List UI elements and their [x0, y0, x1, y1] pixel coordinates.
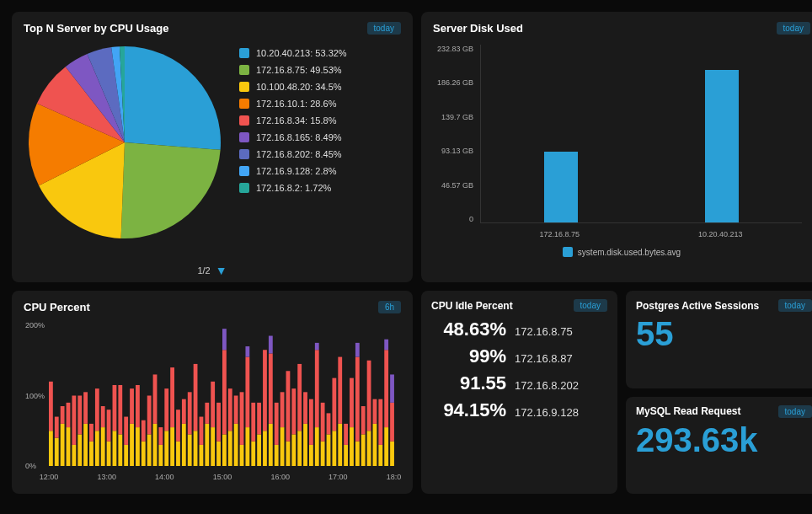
stacked-bar-segment[interactable] [205, 424, 209, 466]
stacked-bar-segment[interactable] [384, 350, 388, 427]
time-range-badge[interactable]: today [778, 299, 812, 312]
stacked-bar-segment[interactable] [269, 336, 273, 354]
stacked-bar-segment[interactable] [315, 343, 319, 350]
stacked-bar-segment[interactable] [170, 367, 174, 427]
stacked-bar-segment[interactable] [344, 424, 348, 445]
stacked-bar-segment[interactable] [158, 445, 163, 466]
stacked-bar-segment[interactable] [124, 445, 128, 466]
pie-slice[interactable] [121, 142, 221, 238]
stacked-bar-segment[interactable] [245, 357, 249, 428]
stacked-bar-segment[interactable] [216, 403, 221, 442]
stacked-bar-segment[interactable] [332, 431, 336, 466]
stacked-bar-segment[interactable] [390, 442, 394, 466]
stacked-bar-segment[interactable] [257, 434, 261, 466]
stacked-bar-segment[interactable] [297, 364, 302, 431]
stacked-bar-segment[interactable] [147, 434, 152, 466]
stacked-bar-segment[interactable] [67, 403, 71, 427]
stacked-bar-segment[interactable] [188, 434, 192, 466]
stacked-bar-segment[interactable] [367, 361, 371, 431]
stacked-bar-segment[interactable] [251, 403, 255, 442]
stacked-bar-segment[interactable] [77, 434, 82, 466]
time-range-badge[interactable]: today [367, 22, 401, 35]
stacked-bar-segment[interactable] [136, 427, 140, 466]
stacked-bar-segment[interactable] [142, 442, 146, 466]
stacked-bar-segment[interactable] [355, 442, 360, 466]
stacked-bar-segment[interactable] [338, 424, 342, 466]
stacked-bar-segment[interactable] [245, 427, 249, 466]
stacked-bar-segment[interactable] [384, 427, 388, 466]
stacked-bar-segment[interactable] [113, 431, 117, 466]
stacked-bar-segment[interactable] [315, 350, 319, 427]
time-range-badge[interactable]: 6h [378, 301, 401, 313]
stacked-bar-segment[interactable] [61, 406, 65, 424]
stacked-bar-segment[interactable] [95, 431, 99, 466]
stacked-bar-segment[interactable] [257, 403, 261, 435]
bar[interactable] [544, 152, 578, 222]
stacked-bar-segment[interactable] [390, 374, 394, 402]
legend-item[interactable]: 172.16.8.165: 8.49% [239, 132, 401, 142]
stacked-bar-segment[interactable] [205, 403, 209, 424]
stacked-bar-segment[interactable] [390, 403, 394, 442]
stacked-bar-segment[interactable] [234, 396, 238, 424]
stacked-bar-segment[interactable] [67, 427, 71, 466]
stacked-bar-segment[interactable] [303, 392, 307, 424]
stacked-bar-segment[interactable] [222, 350, 227, 434]
time-range-badge[interactable]: today [574, 299, 607, 312]
stacked-bar-segment[interactable] [107, 442, 111, 466]
stacked-bar-segment[interactable] [355, 343, 360, 357]
stacked-bar-segment[interactable] [275, 403, 279, 445]
stacked-bar-segment[interactable] [77, 396, 82, 435]
stacked-bar-segment[interactable] [291, 434, 296, 466]
legend-item[interactable]: 172.16.10.1: 28.6% [239, 99, 401, 109]
stacked-bar-segment[interactable] [130, 388, 134, 424]
stacked-bar-segment[interactable] [373, 424, 377, 466]
stacked-bar-segment[interactable] [315, 427, 319, 466]
stacked-bar-segment[interactable] [286, 371, 291, 442]
stacked-bar-segment[interactable] [101, 406, 105, 427]
stacked-bar-segment[interactable] [321, 403, 325, 442]
stacked-bar-segment[interactable] [338, 357, 342, 424]
stacked-bar-segment[interactable] [378, 445, 382, 466]
stacked-bar-segment[interactable] [378, 399, 382, 445]
stacked-bar-segment[interactable] [269, 353, 273, 424]
stacked-bar-segment[interactable] [72, 396, 76, 445]
stacked-bar-segment[interactable] [200, 445, 204, 466]
stacked-bar-segment[interactable] [61, 424, 65, 466]
stacked-bar-segment[interactable] [291, 388, 296, 434]
stacked-bar-segment[interactable] [373, 399, 377, 424]
stacked-bar-segment[interactable] [83, 392, 88, 424]
stacked-bar-segment[interactable] [251, 442, 255, 466]
stacked-bar-segment[interactable] [158, 427, 163, 445]
stacked-bar-segment[interactable] [124, 417, 128, 445]
stacked-bar-segment[interactable] [89, 442, 93, 466]
stacked-bar-segment[interactable] [303, 424, 307, 466]
legend-item[interactable]: 172.16.8.2: 1.72% [239, 183, 401, 193]
stacked-bar-segment[interactable] [361, 434, 366, 466]
stacked-bar-segment[interactable] [350, 378, 354, 427]
stacked-bar-segment[interactable] [240, 392, 244, 445]
stacked-bar-segment[interactable] [164, 431, 168, 466]
stacked-bar-segment[interactable] [297, 431, 302, 466]
legend-item[interactable]: 172.16.9.128: 2.8% [239, 166, 401, 176]
stacked-bar-segment[interactable] [194, 364, 198, 431]
stacked-bar-segment[interactable] [263, 431, 267, 466]
stacked-bar-segment[interactable] [332, 378, 336, 431]
stacked-bar-segment[interactable] [153, 374, 158, 423]
stacked-bar-segment[interactable] [222, 329, 227, 350]
stacked-bar-segment[interactable] [118, 385, 122, 434]
stacked-bar-segment[interactable] [367, 431, 371, 466]
stacked-bar-segment[interactable] [83, 424, 88, 466]
stacked-bar-segment[interactable] [200, 417, 204, 445]
stacked-bar-segment[interactable] [176, 442, 180, 466]
stacked-bar-segment[interactable] [182, 424, 186, 466]
stacked-bar-segment[interactable] [55, 438, 59, 466]
legend-item[interactable]: 172.16.8.75: 49.53% [239, 65, 401, 75]
stacked-bar-segment[interactable] [234, 424, 238, 466]
stacked-bar-segment[interactable] [228, 388, 232, 431]
stacked-bar-segment[interactable] [188, 392, 192, 434]
stacked-bar-segment[interactable] [49, 431, 53, 466]
stacked-bar-segment[interactable] [327, 413, 331, 434]
stacked-bar-segment[interactable] [216, 442, 221, 466]
stacked-bar-segment[interactable] [113, 385, 117, 431]
stacked-bar-segment[interactable] [245, 346, 249, 357]
